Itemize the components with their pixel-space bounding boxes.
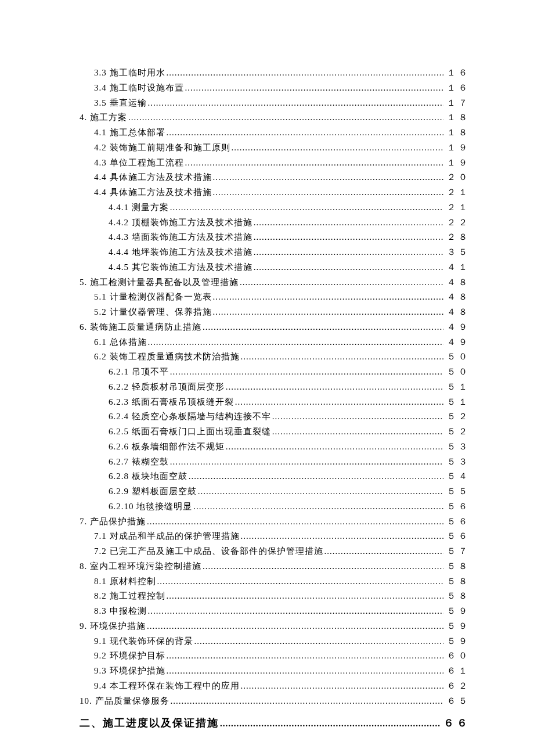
- toc-entry-title: 4.3 单位工程施工流程: [94, 157, 184, 170]
- toc-entry-page: １６: [445, 82, 470, 95]
- toc-entry-page: ５９: [445, 620, 470, 633]
- toc-entry-title: 4.1 施工总体部署: [94, 127, 165, 139]
- toc-entry-title: 6.2.2 轻质板材吊顶面层变形: [109, 381, 225, 394]
- toc-leader-dots: [189, 470, 443, 479]
- toc-entry-page: ２８: [445, 231, 470, 244]
- toc-leader-dots: [171, 695, 444, 704]
- toc-entry-title: 6.2.5 纸面石膏板门口上面出现垂直裂缝: [109, 426, 271, 438]
- toc-entry-title: 6.2.8 板块地面空鼓: [109, 470, 187, 483]
- toc-leader-dots: [254, 231, 443, 240]
- toc-entry-page: ２１: [445, 186, 470, 199]
- toc-leader-dots: [203, 321, 443, 330]
- toc-leader-dots: [148, 336, 444, 345]
- toc-entry-title: 9. 环境保护措施: [80, 620, 146, 633]
- toc-leader-dots: [147, 620, 443, 629]
- toc-leader-dots: [324, 545, 444, 554]
- toc-entry-title: 8.2 施工过程控制: [94, 590, 165, 603]
- toc-entry-page: ５４: [445, 470, 470, 483]
- toc-entry-page: １７: [445, 97, 470, 110]
- toc-leader-dots: [167, 127, 444, 135]
- toc-row: 5. 施工检测计量器具配备以及管理措施４８: [80, 276, 470, 289]
- toc-entry-page: ５０: [445, 351, 470, 363]
- toc-row: 8.2 施工过程控制５８: [80, 590, 470, 603]
- toc-entry-title: 4.4.3 墙面装饰施工方法及技术措施: [109, 231, 252, 244]
- toc-entry-title: 二、施工进度以及保证措施: [80, 715, 219, 730]
- toc-entry-title: 9.4 本工程环保在装饰工程中的应用: [94, 680, 240, 693]
- toc-leader-dots: [272, 426, 443, 434]
- toc-entry-title: 6.2.10 地毯接缝明显: [109, 501, 192, 513]
- toc-leader-dots: [213, 306, 444, 315]
- toc-row: 8.1 原材料控制５８: [80, 575, 470, 588]
- toc-entry-title: 4.4.4 地坪装饰施工方法及技术措施: [109, 246, 252, 259]
- toc-entry-title: 3.4 施工临时设施布置: [94, 82, 184, 95]
- toc-row: 6.2.4 轻质空心条板隔墙与结构连接不牢５２: [80, 411, 470, 423]
- toc-entry-page: ６５: [445, 695, 470, 708]
- toc-leader-dots: [220, 718, 440, 726]
- toc-row: 4.4.1 测量方案２１: [80, 201, 470, 214]
- toc-row: 4.4.5 其它装饰施工方法及技术措施４１: [80, 261, 470, 274]
- toc-row: 9.2 环境保护目标６０: [80, 650, 470, 663]
- toc-row: 二、施工进度以及保证措施６６: [80, 715, 470, 730]
- toc-row: 3.5 垂直运输１７: [80, 97, 470, 110]
- toc-entry-title: 5. 施工检测计量器具配备以及管理措施: [80, 276, 239, 289]
- toc-leader-dots: [167, 590, 444, 599]
- toc-entry-title: 7.2 已完工产品及施工中成品、设备部件的保护管理措施: [94, 545, 323, 558]
- toc-row: 9.3 环境保护措施６１: [80, 665, 470, 678]
- toc-entry-page: ４８: [445, 291, 470, 304]
- toc-row: 6.2 装饰工程质量通病技术防治措施５０: [80, 351, 470, 363]
- toc-row: 6. 装饰施工质量通病防止措施４９: [80, 321, 470, 334]
- toc-entry-title: 4.4 具体施工方法及技术措施: [94, 171, 212, 184]
- toc-row: 5.1 计量检测仪器配备一览表４８: [80, 291, 470, 304]
- toc-row: 3.4 施工临时设施布置１６: [80, 82, 470, 95]
- toc-row: 7.2 已完工产品及施工中成品、设备部件的保护管理措施５７: [80, 545, 470, 558]
- toc-row: 6.2.10 地毯接缝明显５６: [80, 501, 470, 513]
- toc-leader-dots: [128, 111, 443, 120]
- toc-entry-title: 9.1 现代装饰环保的背景: [94, 635, 193, 648]
- toc-entry-title: 7. 产品保护措施: [80, 516, 146, 528]
- toc-row: 4. 施工方案１８: [80, 111, 470, 124]
- toc-leader-dots: [241, 351, 444, 359]
- toc-entry-page: １８: [445, 111, 470, 124]
- toc-row: 4.4.3 墙面装饰施工方法及技术措施２８: [80, 231, 470, 244]
- toc-row: 9.4 本工程环保在装饰工程中的应用６２: [80, 680, 470, 693]
- toc-leader-dots: [170, 201, 443, 210]
- toc-row: 3.3 施工临时用水１６: [80, 67, 470, 80]
- toc-entry-page: ３５: [445, 246, 470, 259]
- toc-row: 4.3 单位工程施工流程１９: [80, 157, 470, 170]
- toc-entry-title: 6.2.9 塑料板面层空鼓: [109, 485, 197, 498]
- toc-entry-page: １９: [445, 157, 470, 170]
- toc-leader-dots: [185, 157, 444, 165]
- toc-leader-dots: [185, 82, 444, 91]
- toc-leader-dots: [241, 680, 444, 689]
- toc-leader-dots: [203, 560, 443, 569]
- toc-entry-page: １６: [445, 67, 470, 80]
- toc-entry-page: ５５: [445, 485, 470, 498]
- toc-entry-page: ６２: [445, 680, 470, 693]
- toc-leader-dots: [241, 530, 444, 539]
- toc-entry-page: ４９: [445, 336, 470, 349]
- toc-entry-title: 9.3 环境保护措施: [94, 665, 165, 678]
- toc-entry-page: ５８: [445, 575, 470, 588]
- toc-entry-title: 4.4.1 测量方案: [109, 201, 169, 214]
- toc-entry-title: 9.2 环境保护目标: [94, 650, 165, 663]
- toc-leader-dots: [167, 67, 444, 75]
- toc-entry-title: 6.1 总体措施: [94, 336, 147, 349]
- toc-row: 9.1 现代装饰环保的背景５９: [80, 635, 470, 648]
- toc-leader-dots: [194, 635, 444, 644]
- toc-row: 4.4.2 顶棚装饰施工方法及技术措施２２: [80, 217, 470, 229]
- table-of-contents: 3.3 施工临时用水１６3.4 施工临时设施布置１６3.5 垂直运输１７4. 施…: [80, 67, 470, 730]
- toc-leader-dots: [213, 186, 444, 195]
- toc-leader-dots: [254, 217, 443, 225]
- toc-entry-page: ５１: [445, 381, 470, 394]
- toc-entry-page: １８: [445, 127, 470, 139]
- toc-leader-dots: [235, 396, 443, 405]
- toc-leader-dots: [232, 142, 444, 150]
- toc-entry-title: 6.2.3 纸面石膏板吊顶板缝开裂: [109, 396, 234, 409]
- toc-entry-title: 5.1 计量检测仪器配备一览表: [94, 291, 212, 304]
- toc-entry-title: 4.4 具体施工方法及技术措施: [94, 186, 212, 199]
- toc-leader-dots: [226, 381, 443, 390]
- toc-entry-page: ２０: [445, 171, 470, 184]
- toc-entry-page: ５０: [445, 366, 470, 379]
- toc-row: 10. 产品质量保修服务６５: [80, 695, 470, 708]
- toc-entry-title: 3.3 施工临时用水: [94, 67, 165, 80]
